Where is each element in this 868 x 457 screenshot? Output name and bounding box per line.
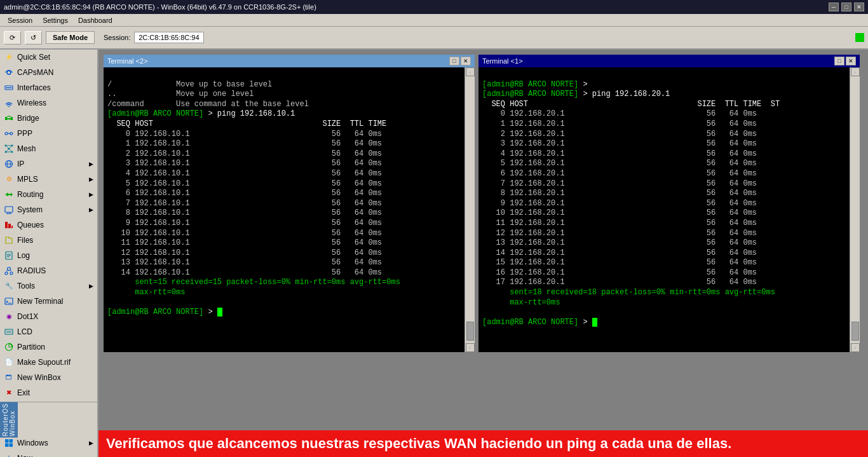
terminal-1-controls: □ ✕	[834, 57, 856, 65]
sidebar-item-tools[interactable]: 🔧 Tools	[0, 278, 97, 294]
menu-settings[interactable]: Settings	[37, 15, 73, 25]
back-button[interactable]: ↺	[25, 31, 42, 44]
svg-rect-4	[10, 87, 11, 88]
sidebar-label-dot1x: Dot1X	[17, 312, 38, 321]
sidebar-item-ip[interactable]: IP	[0, 156, 97, 172]
sidebar: ⚡ Quick Set CAPsMAN Interfaces	[0, 50, 98, 457]
sidebar-label-bridge: Bridge	[17, 114, 39, 123]
window-title: admin@2C:C8:1B:65:8C:94 (RB ARCO NORTE) …	[4, 3, 829, 11]
sidebar-item-capsman[interactable]: CAPsMAN	[0, 65, 97, 80]
exit-icon: ✖	[4, 388, 14, 398]
terminal-2-title: Terminal <2>	[107, 57, 148, 65]
sidebar-item-quick-set[interactable]: ⚡ Quick Set	[0, 50, 97, 65]
menu-session[interactable]: Session	[3, 15, 37, 25]
svg-point-10	[10, 132, 13, 135]
bridge-icon	[4, 113, 14, 123]
content-area: Terminal <2> □ ✕ / Move up to base level…	[98, 50, 868, 457]
sidebar-item-dot1x[interactable]: ◉ Dot1X	[0, 309, 97, 324]
svg-point-38	[5, 272, 8, 275]
sidebar-label-mpls: MPLS	[17, 175, 38, 184]
terminal-2-restore[interactable]: □	[449, 57, 459, 65]
lcd-icon	[4, 327, 14, 337]
interfaces-icon	[4, 83, 14, 93]
scroll-thumb[interactable]	[466, 322, 474, 341]
maximize-button[interactable]: □	[841, 3, 851, 11]
sidebar-item-make-supout[interactable]: 📄 Make Supout.rif	[0, 355, 97, 370]
svg-line-41	[10, 269, 11, 272]
sidebar-item-queues[interactable]: Queues	[0, 217, 97, 233]
sidebar-item-windows[interactable]: Windows	[0, 435, 97, 451]
sidebar-item-files[interactable]: Files	[0, 233, 97, 248]
terminal-1-restore[interactable]: □	[834, 57, 844, 65]
svg-point-5	[8, 106, 10, 107]
connection-indicator	[855, 33, 864, 42]
annotation-text: Verificamos que alcancemos nuestras resp…	[106, 435, 731, 451]
sidebar-item-exit[interactable]: ✖ Exit	[0, 385, 97, 400]
sidebar-item-mpls[interactable]: ⚙ MPLS	[0, 172, 97, 187]
windows-icon	[4, 438, 14, 448]
svg-rect-32	[11, 226, 13, 228]
svg-line-21	[9, 149, 12, 152]
scroll-up-btn[interactable]: ▲	[466, 67, 475, 76]
sidebar-item-bridge[interactable]: Bridge	[0, 111, 97, 126]
files-icon	[4, 235, 14, 245]
sidebar-label-queues: Queues	[17, 221, 44, 229]
quick-set-icon: ⚡	[4, 52, 14, 62]
svg-rect-49	[5, 439, 9, 443]
terminal-1-title: Terminal <1>	[482, 57, 523, 65]
sidebar-label-new-terminal: New Terminal	[17, 297, 63, 306]
refresh-icon: ⟳	[10, 34, 15, 42]
sidebar-item-lcd[interactable]: LCD	[0, 324, 97, 339]
sidebar-item-radius[interactable]: RADIUS	[0, 263, 97, 278]
sidebar-label-new-winbox: New WinBox	[17, 373, 61, 382]
sidebar-item-system[interactable]: System	[0, 202, 97, 217]
title-bar: admin@2C:C8:1B:65:8C:94 (RB ARCO NORTE) …	[0, 0, 868, 14]
svg-line-18	[6, 146, 9, 149]
sidebar-label-interfaces: Interfaces	[17, 83, 51, 92]
terminal-2-scrollbar[interactable]: ▲ ▼	[465, 67, 475, 352]
sidebar-item-new[interactable]: + New	[0, 451, 97, 457]
sidebar-item-new-winbox[interactable]: 🗔 New WinBox	[0, 370, 97, 385]
terminal-2-body: / Move up to base level .. Move up one l…	[104, 67, 465, 352]
sidebar-label-new: New	[17, 454, 32, 458]
sidebar-label-files: Files	[17, 236, 33, 245]
terminal-1-titlebar[interactable]: Terminal <1> □ ✕	[478, 55, 860, 67]
menu-bar: Session Settings Dashboard	[0, 14, 868, 27]
back-icon: ↺	[31, 34, 36, 42]
new-winbox-icon: 🗔	[4, 372, 14, 383]
terminal-2-titlebar[interactable]: Terminal <2> □ ✕	[104, 55, 475, 67]
scroll-down-btn[interactable]: ▼	[466, 343, 475, 352]
partition-icon	[4, 342, 14, 352]
sidebar-item-partition[interactable]: Partition	[0, 339, 97, 355]
terminal-1-close[interactable]: ✕	[846, 57, 856, 65]
refresh-button[interactable]: ⟳	[4, 31, 21, 44]
terminal-1-scrollbar[interactable]: ▲ ▼	[850, 67, 860, 352]
sidebar-item-routing[interactable]: Routing	[0, 187, 97, 202]
terminal-2-close[interactable]: ✕	[461, 57, 471, 65]
sidebar-item-log[interactable]: Log	[0, 248, 97, 263]
capsman-icon	[4, 67, 14, 78]
menu-dashboard[interactable]: Dashboard	[73, 15, 118, 25]
safe-mode-button[interactable]: Safe Mode	[46, 31, 95, 44]
terminal-2: Terminal <2> □ ✕ / Move up to base level…	[104, 55, 475, 352]
sidebar-label-mesh: Mesh	[17, 144, 36, 153]
scroll-up-btn-2[interactable]: ▲	[851, 67, 860, 76]
sidebar-item-new-terminal[interactable]: New Terminal	[0, 294, 97, 309]
minimize-button[interactable]: ─	[829, 3, 839, 11]
sidebar-item-wireless[interactable]: Wireless	[0, 95, 97, 111]
main-layout: ⚡ Quick Set CAPsMAN Interfaces	[0, 50, 868, 457]
sidebar-label-ip: IP	[17, 160, 24, 168]
sidebar-label-lcd: LCD	[17, 327, 32, 336]
terminal-1-body: [admin@RB ARCO NORTE] > [admin@RB ARCO N…	[478, 67, 850, 352]
sidebar-item-mesh[interactable]: Mesh	[0, 141, 97, 156]
sidebar-label-capsman: CAPsMAN	[17, 68, 53, 77]
svg-line-20	[6, 149, 9, 152]
sidebar-item-ppp[interactable]: PPP	[0, 126, 97, 141]
scroll-down-btn-2[interactable]: ▼	[851, 343, 860, 352]
close-button[interactable]: ✕	[854, 3, 864, 11]
scroll-thumb-2[interactable]	[851, 322, 859, 341]
session-label: Session:	[104, 34, 130, 41]
sidebar-label-log: Log	[17, 251, 30, 260]
queues-icon	[4, 220, 14, 230]
sidebar-item-interfaces[interactable]: Interfaces	[0, 80, 97, 95]
